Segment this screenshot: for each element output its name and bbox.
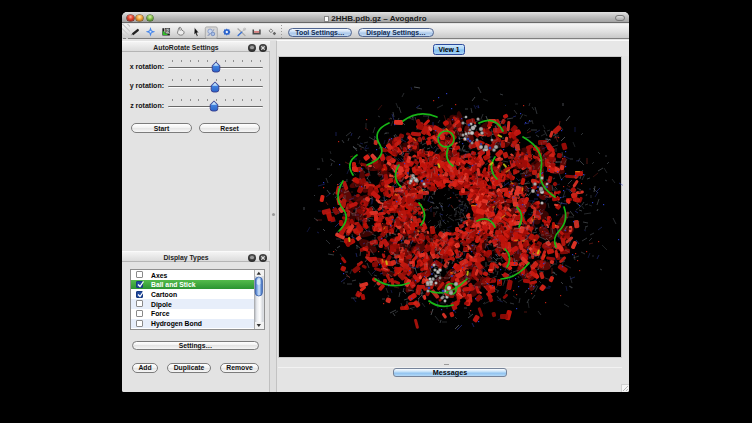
svg-text:90: 90: [166, 29, 170, 33]
